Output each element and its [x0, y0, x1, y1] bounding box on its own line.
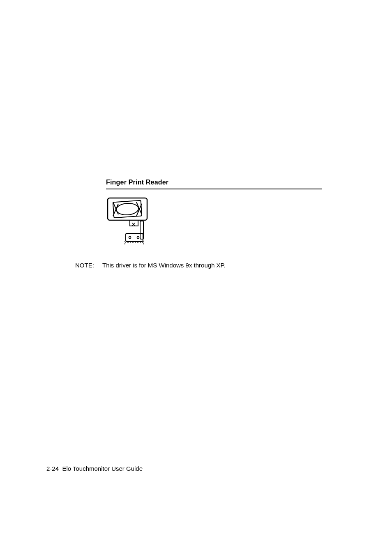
- note-row: NOTE: This driver is for MS Windows 9x t…: [75, 262, 226, 269]
- page-number: 2-24: [46, 465, 59, 472]
- svg-point-13: [137, 237, 139, 239]
- doc-title: Elo Touchmonitor User Guide: [62, 465, 143, 472]
- top-horizontal-rule: [48, 86, 322, 86]
- section-heading: Finger Print Reader: [106, 179, 168, 186]
- fingerprint-reader-icon: [106, 196, 151, 246]
- note-label: NOTE:: [75, 262, 102, 269]
- heading-underline-rule: [106, 189, 322, 189]
- fingerprint-reader-device-illustration: [106, 196, 151, 247]
- svg-point-12: [129, 237, 131, 239]
- section-divider-rule: [48, 167, 322, 167]
- document-page: Finger Print Reader: [0, 0, 392, 555]
- note-text: This driver is for MS Windows 9x through…: [102, 262, 226, 269]
- page-footer: 2-24 Elo Touchmonitor User Guide: [46, 465, 143, 472]
- svg-point-2: [116, 203, 139, 216]
